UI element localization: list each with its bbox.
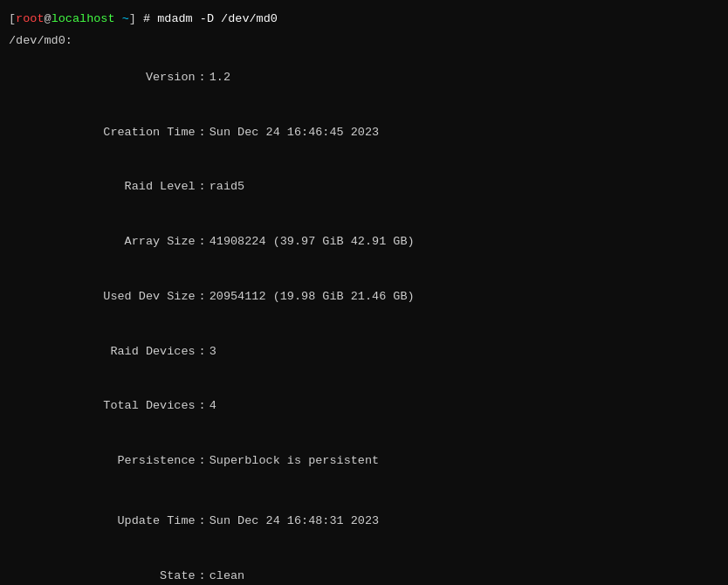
prompt-dir: ~ xyxy=(122,12,129,25)
label-used-dev-size: Used Dev Size xyxy=(52,288,196,306)
field-creation-time: Creation Time:Sun Dec 24 16:46:45 2023 xyxy=(9,106,719,161)
prompt-host: localhost xyxy=(52,12,115,25)
device-path: /dev/md0: xyxy=(9,32,719,51)
terminal: [root@localhost ~] # mdadm -D /dev/md0 /… xyxy=(0,7,728,585)
prompt-space xyxy=(115,12,122,25)
fields-group2: Update Time:Sun Dec 24 16:48:31 2023 Sta… xyxy=(9,494,719,585)
field-update-time: Update Time:Sun Dec 24 16:48:31 2023 xyxy=(9,494,719,549)
value-version: 1.2 xyxy=(209,71,230,84)
field-array-size: Array Size:41908224 (39.97 GiB 42.91 GB) xyxy=(9,215,719,270)
label-raid-devices: Raid Devices xyxy=(52,343,196,361)
value-update-time: Sun Dec 24 16:48:31 2023 xyxy=(209,514,379,527)
field-total-devices: Total Devices:4 xyxy=(9,379,719,434)
field-state: State:clean xyxy=(9,549,719,585)
label-creation-time: Creation Time xyxy=(52,124,196,142)
fields-group1: Version:1.2 Creation Time:Sun Dec 24 16:… xyxy=(9,51,719,489)
prompt-command: mdadm -D /dev/md0 xyxy=(157,12,278,25)
label-array-size: Array Size xyxy=(52,233,196,251)
field-raid-devices: Raid Devices:3 xyxy=(9,325,719,380)
field-used-dev-size: Used Dev Size:20954112 (19.98 GiB 21.46 … xyxy=(9,270,719,325)
label-persistence: Persistence xyxy=(52,452,196,471)
label-state: State xyxy=(52,568,196,585)
label-update-time: Update Time xyxy=(52,513,196,531)
value-creation-time: Sun Dec 24 16:46:45 2023 xyxy=(209,126,379,139)
bracket-close: ] xyxy=(129,12,136,25)
value-used-dev-size: 20954112 (19.98 GiB 21.46 GB) xyxy=(209,290,415,303)
prompt-line: [root@localhost ~] # mdadm -D /dev/md0 xyxy=(9,10,719,29)
value-state: clean xyxy=(209,569,245,582)
label-version: Version xyxy=(52,69,196,87)
field-raid-level: Raid Level:raid5 xyxy=(9,160,719,215)
label-total-devices: Total Devices xyxy=(52,397,196,416)
value-array-size: 41908224 (39.97 GiB 42.91 GB) xyxy=(209,235,415,248)
value-persistence: Superblock is persistent xyxy=(209,454,379,467)
prompt-hash: # xyxy=(136,12,157,25)
value-raid-devices: 3 xyxy=(209,345,216,358)
label-raid-level: Raid Level xyxy=(52,178,196,196)
prompt-user: root xyxy=(16,12,44,25)
field-persistence: Persistence:Superblock is persistent xyxy=(9,434,719,489)
value-raid-level: raid5 xyxy=(209,180,245,193)
prompt-at: @ xyxy=(45,12,52,25)
field-version: Version:1.2 xyxy=(9,51,719,106)
bracket-open: [ xyxy=(9,12,16,25)
value-total-devices: 4 xyxy=(209,399,216,412)
